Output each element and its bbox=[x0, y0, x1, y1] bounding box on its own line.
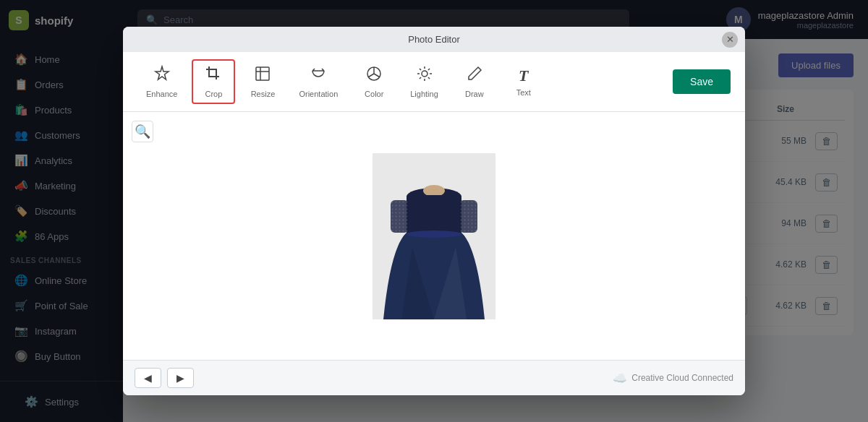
svg-rect-0 bbox=[256, 67, 269, 80]
enhance-icon bbox=[153, 65, 171, 87]
draw-icon bbox=[466, 65, 483, 87]
tool-enhance-label: Enhance bbox=[146, 90, 177, 98]
tool-text[interactable]: T Text bbox=[502, 62, 545, 101]
tool-color-label: Color bbox=[365, 90, 383, 98]
tool-draw[interactable]: Draw bbox=[453, 61, 496, 103]
canvas-area: 🔍 bbox=[123, 112, 745, 360]
nav-arrows: ◀ ▶ bbox=[135, 368, 194, 388]
modal-header: Photo Editor ✕ bbox=[123, 27, 745, 52]
tool-color[interactable]: Color bbox=[352, 61, 396, 103]
color-icon bbox=[365, 65, 383, 87]
tool-resize-label: Resize bbox=[251, 90, 276, 98]
svg-point-2 bbox=[422, 71, 427, 77]
zoom-button[interactable]: 🔍 bbox=[132, 121, 153, 142]
photo-toolbar: Enhance Crop Resize bbox=[123, 52, 745, 112]
modal-save-button[interactable]: Save bbox=[673, 69, 731, 94]
tool-lighting-label: Lighting bbox=[410, 90, 438, 98]
svg-point-5 bbox=[423, 185, 445, 197]
cc-label: Creative Cloud Connected bbox=[631, 373, 733, 383]
modal-footer: ◀ ▶ ☁️ Creative Cloud Connected bbox=[123, 360, 745, 395]
tool-orientation-label: Orientation bbox=[299, 90, 338, 98]
tool-text-label: Text bbox=[516, 88, 531, 97]
tool-crop[interactable]: Crop bbox=[192, 59, 235, 104]
forward-button[interactable]: ▶ bbox=[167, 368, 194, 388]
tool-enhance[interactable]: Enhance bbox=[137, 61, 186, 103]
svg-rect-10 bbox=[391, 200, 409, 233]
modal-close-button[interactable]: ✕ bbox=[722, 32, 738, 48]
cc-badge: ☁️ Creative Cloud Connected bbox=[613, 371, 733, 385]
tool-draw-label: Draw bbox=[465, 90, 484, 98]
text-icon: T bbox=[519, 66, 528, 85]
lighting-icon bbox=[416, 65, 433, 87]
resize-icon bbox=[254, 65, 271, 87]
modal-overlay[interactable]: Photo Editor ✕ Enhance Crop bbox=[0, 0, 868, 422]
crop-icon bbox=[205, 65, 222, 87]
dress-image bbox=[373, 153, 495, 319]
photo-editor-modal: Photo Editor ✕ Enhance Crop bbox=[123, 27, 745, 395]
svg-rect-6 bbox=[407, 195, 461, 235]
tool-lighting[interactable]: Lighting bbox=[401, 61, 447, 103]
cc-logo-icon: ☁️ bbox=[613, 371, 627, 385]
tool-crop-label: Crop bbox=[205, 90, 223, 98]
svg-point-12 bbox=[407, 231, 461, 238]
modal-title: Photo Editor bbox=[408, 34, 460, 45]
orientation-icon bbox=[310, 65, 327, 87]
tool-resize[interactable]: Resize bbox=[241, 61, 284, 103]
svg-rect-11 bbox=[459, 200, 477, 233]
back-button[interactable]: ◀ bbox=[135, 368, 161, 388]
tool-orientation[interactable]: Orientation bbox=[290, 61, 346, 103]
